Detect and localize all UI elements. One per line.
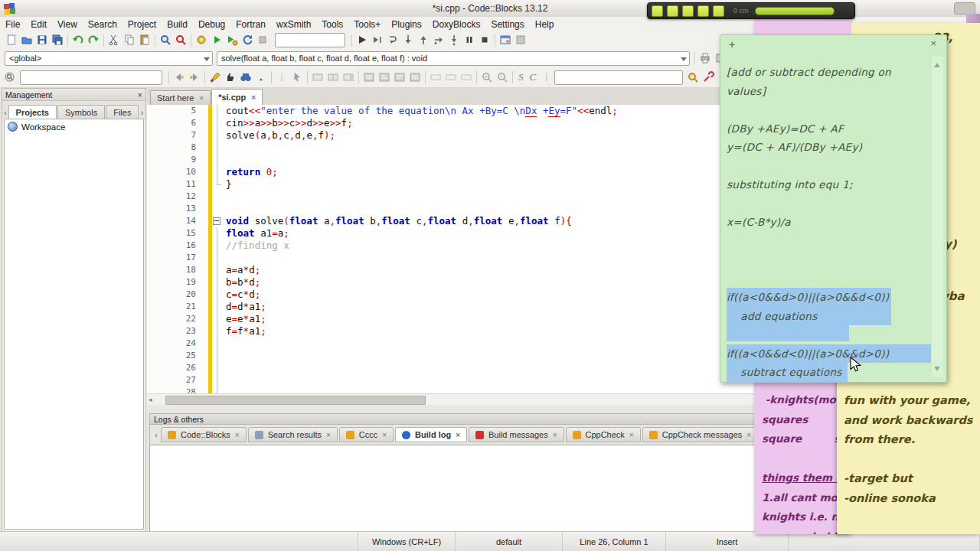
log-tab-build-messages[interactable]: Build messages× (469, 427, 564, 442)
log-tab-close-icon[interactable]: × (456, 431, 460, 439)
menu-project[interactable]: Project (122, 19, 162, 30)
menu-build[interactable]: Build (162, 19, 193, 30)
replace-icon[interactable] (174, 34, 188, 47)
management-close-icon[interactable]: × (138, 90, 142, 99)
log-tab-cppcheck[interactable]: CppCheck× (566, 427, 641, 442)
fold-margin[interactable] (212, 215, 224, 227)
management-tab-projects[interactable]: Projects (8, 105, 57, 119)
logs-scroll-left-icon[interactable]: ‹ (152, 431, 161, 439)
option-dot-icon[interactable] (254, 71, 268, 84)
editor-tab--si-cpp[interactable]: *si.cpp× (211, 89, 263, 105)
new-file-icon[interactable] (5, 34, 18, 47)
tree-item-workspace[interactable]: Workspace (5, 119, 143, 134)
tab-close-icon[interactable]: × (199, 94, 204, 103)
log-tab-close-icon[interactable]: × (746, 431, 751, 439)
menu-view[interactable]: View (52, 19, 83, 30)
copy-icon[interactable] (122, 34, 136, 47)
incremental-search-combo[interactable] (20, 70, 162, 85)
open-file-icon[interactable] (20, 34, 34, 47)
debugging-windows-icon[interactable] (498, 34, 512, 47)
note-close-icon[interactable]: × (930, 37, 936, 49)
save-icon[interactable] (35, 34, 49, 47)
tabs-scroll-left-icon[interactable]: ‹ (3, 109, 8, 119)
redo-icon[interactable] (87, 34, 100, 47)
layout-split-icon[interactable] (326, 71, 340, 84)
zoom-combo[interactable] (554, 70, 683, 85)
menu-settings[interactable]: Settings (485, 19, 529, 30)
nav-forward-icon[interactable] (188, 71, 201, 84)
step-into-icon[interactable] (401, 34, 415, 47)
build-icon[interactable] (194, 34, 208, 47)
menu-tools-[interactable]: Tools+ (348, 19, 386, 30)
save-all-icon[interactable] (51, 34, 64, 47)
menu-help[interactable]: Help (530, 19, 560, 30)
green-note[interactable]: + × [add or subtract depending onvalues]… (720, 34, 947, 383)
menu-debug[interactable]: Debug (193, 19, 230, 30)
tabs-scroll-right-icon[interactable]: › (139, 109, 145, 119)
menu-plugins[interactable]: Plugins (386, 19, 426, 30)
abort-build-icon[interactable] (256, 34, 270, 47)
menu-file[interactable]: File (0, 19, 25, 30)
run-to-cursor-icon[interactable] (371, 34, 384, 47)
wrench-icon[interactable] (701, 71, 715, 84)
stop-debugger-icon[interactable] (478, 34, 492, 47)
hscroll-left-icon[interactable]: ◂ (149, 396, 152, 403)
log-tab-search-results[interactable]: Search results× (248, 427, 338, 442)
pointer-icon[interactable] (290, 71, 304, 84)
menu-tools[interactable]: Tools (316, 19, 348, 30)
step-into-instruction-icon[interactable] (447, 34, 461, 47)
next-line-icon[interactable] (386, 34, 400, 47)
tab-close-icon[interactable]: × (251, 93, 256, 102)
thumb-up-icon[interactable] (224, 71, 237, 84)
debug-run-icon[interactable] (355, 34, 369, 47)
management-tab-symbols[interactable]: Symbols (57, 105, 105, 119)
menu-wxsmith[interactable]: wxSmith (271, 19, 316, 30)
scroll-up-icon[interactable] (934, 60, 940, 67)
symbol-combo[interactable]: solve(float a, float b, float c, float d… (217, 51, 690, 66)
cut-icon[interactable] (107, 34, 121, 47)
management-panel: Management × ‹ ProjectsSymbolsFiles › Wo… (2, 88, 146, 532)
menu-search[interactable]: Search (83, 19, 122, 30)
rebuild-icon[interactable] (240, 34, 254, 47)
menu-edit[interactable]: Edit (25, 19, 52, 30)
debugger-info-icon[interactable] (514, 34, 528, 47)
log-tab-build-log[interactable]: Build log× (395, 427, 467, 442)
build-and-run-icon[interactable] (225, 34, 239, 47)
frame-2-icon (444, 71, 458, 84)
note-scrollbar[interactable] (932, 57, 943, 377)
management-header[interactable]: Management × (2, 89, 145, 101)
undo-icon[interactable] (71, 34, 85, 47)
highlighter-icon[interactable] (208, 71, 222, 84)
layout-single-icon[interactable] (311, 71, 325, 84)
zoom-orange-icon[interactable] (686, 71, 700, 84)
log-tab-close-icon[interactable]: × (553, 431, 557, 439)
log-tab-code-blocks[interactable]: Code::Blocks× (161, 427, 247, 442)
note-add-icon[interactable]: + (729, 38, 735, 51)
incremental-search-icon[interactable] (3, 71, 17, 84)
layout-sidebar-icon[interactable] (341, 71, 355, 84)
nav-back-icon[interactable] (172, 71, 186, 84)
step-out-icon[interactable] (416, 34, 430, 47)
find-icon[interactable] (158, 34, 172, 47)
scroll-down-icon[interactable] (934, 367, 940, 374)
pink-note-corner[interactable] (831, 19, 851, 35)
editor-tab-start-here[interactable]: Start here× (150, 90, 211, 105)
paste-icon[interactable] (138, 34, 152, 47)
print-icon[interactable] (698, 52, 712, 65)
log-tab-close-icon[interactable]: × (235, 431, 240, 439)
log-tab-close-icon[interactable]: × (382, 431, 387, 439)
menu-doxyblocks[interactable]: DoxyBlocks (427, 19, 486, 30)
hscroll-thumb[interactable] (165, 396, 426, 405)
binoculars-icon[interactable] (239, 71, 253, 84)
management-tab-files[interactable]: Files (106, 105, 139, 119)
build-target-combo[interactable] (275, 33, 345, 47)
log-tab-close-icon[interactable]: × (629, 431, 634, 439)
log-tab-cppcheck-messages[interactable]: CppCheck messages× (642, 427, 758, 442)
menu-fortran[interactable]: Fortran (230, 19, 271, 30)
break-debugger-icon[interactable] (462, 34, 476, 47)
scope-combo[interactable]: <global> (5, 51, 213, 66)
log-tab-cccc[interactable]: Cccc× (339, 427, 394, 442)
next-instruction-icon[interactable] (432, 34, 446, 47)
run-icon[interactable] (210, 34, 224, 47)
log-tab-close-icon[interactable]: × (326, 431, 331, 439)
